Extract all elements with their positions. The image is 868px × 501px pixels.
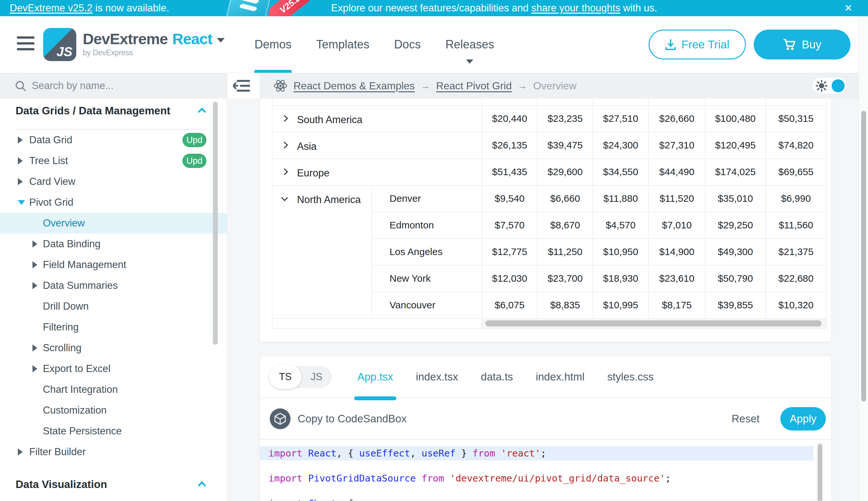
expand-chevron-icon[interactable] [281, 115, 288, 121]
expand-arrow-icon[interactable] [32, 282, 37, 289]
pivot-grid-demo-card: South America$20,440$23,235$27,510$26,66… [260, 98, 832, 342]
sidebar-item-label: Field Management [43, 259, 126, 271]
sidebar-item-label: Tree List [29, 155, 68, 167]
expand-arrow-icon[interactable] [32, 261, 37, 268]
sidebar-item-customization[interactable]: Customization [0, 400, 227, 421]
language-toggle[interactable]: TS JS [270, 366, 331, 387]
pivot-value-cell: $100,480 [705, 105, 766, 132]
app-header: JS DevExtremeReact by DevExpress DemosTe… [0, 16, 868, 73]
free-trial-button[interactable]: Free Trial [649, 30, 746, 60]
sidebar-item-data-grid[interactable]: Data GridUpd [0, 130, 227, 150]
pivot-hscrollbar-thumb[interactable] [485, 320, 822, 327]
copy-to-codesandbox-label[interactable]: Copy to CodeSandBox [298, 413, 407, 425]
sidebar-item-data-binding[interactable]: Data Binding [0, 234, 227, 254]
nav-item-demos[interactable]: Demos [253, 16, 294, 73]
sidebar-scrollbar[interactable] [213, 102, 218, 345]
pivot-value-cell: $49,300 [705, 238, 766, 265]
nav-item-releases[interactable]: Releases [443, 16, 496, 73]
hamburger-menu-icon[interactable] [17, 36, 34, 51]
framework-selector[interactable]: React [172, 30, 212, 47]
section-label: Data Grids / Data Management [15, 105, 171, 117]
banner-logo-art: V25.2 [208, 0, 318, 16]
expand-arrow-icon[interactable] [18, 137, 23, 143]
sidebar-section-data-visualization[interactable]: Data Visualization [0, 472, 227, 497]
breadcrumb-link-pivot-grid[interactable]: React Pivot Grid [436, 80, 512, 92]
sidebar-item-data-summaries[interactable]: Data Summaries [0, 275, 227, 296]
chevron-up-icon[interactable] [198, 108, 206, 116]
sidebar-item-card-view[interactable]: Card View [0, 171, 227, 192]
pivot-value-cell: $7,010 [649, 212, 705, 238]
pivot-value-cell: $11,880 [593, 185, 649, 212]
ts-toggle-option[interactable]: TS [269, 365, 301, 389]
collapse-chevron-icon[interactable] [281, 194, 288, 201]
code-scrollbar[interactable] [816, 443, 824, 501]
nav-item-docs[interactable]: Docs [392, 16, 422, 73]
sidebar-item-label: Filter Builder [29, 446, 86, 458]
sidebar-item-export-to-excel[interactable]: Export to Excel [0, 358, 227, 379]
brand-subtitle: by DevExpress [83, 49, 224, 57]
devextreme-logo[interactable]: JS [43, 28, 76, 61]
sidebar-search [0, 73, 227, 98]
js-toggle-option[interactable]: JS [301, 366, 331, 387]
sidebar-item-label: Data Summaries [43, 280, 118, 291]
expand-arrow-icon[interactable] [32, 344, 37, 352]
theme-toggle-knob[interactable] [832, 79, 845, 92]
page-scrollbar[interactable] [859, 16, 868, 501]
file-tab-app-tsx[interactable]: App.tsx [358, 356, 393, 398]
code-line[interactable]: import React, { useEffect, useRef } from… [260, 446, 813, 460]
share-thoughts-link[interactable]: share your thoughts [531, 2, 620, 14]
sidebar-item-field-management[interactable]: Field Management [0, 254, 227, 275]
chevron-down-icon[interactable] [217, 38, 224, 43]
collapse-sidebar-icon[interactable] [233, 78, 250, 93]
sidebar-item-chart-integration[interactable]: Chart Integration [0, 379, 227, 400]
expand-chevron-icon[interactable] [281, 168, 288, 175]
close-icon[interactable]: ✕ [844, 0, 853, 16]
sidebar-item-filtering[interactable]: Filtering [0, 317, 227, 338]
sidebar-item-pivot-grid[interactable]: Pivot Grid [0, 192, 227, 213]
buy-button[interactable]: Buy [754, 30, 850, 60]
pivot-row-header[interactable]: Europe [272, 159, 482, 185]
theme-toggle[interactable] [813, 78, 846, 94]
pivot-row-header-north-america[interactable]: North America [272, 185, 372, 318]
sidebar-tree: Data Grids / Data ManagementData GridUpd… [0, 98, 227, 501]
sidebar-item-state-persistence[interactable]: State Persistence [0, 421, 227, 441]
expand-arrow-icon[interactable] [18, 448, 23, 456]
pivot-hscrollbar[interactable] [482, 318, 826, 328]
expand-arrow-icon[interactable] [18, 157, 23, 164]
file-tab-index-tsx[interactable]: index.tsx [416, 356, 458, 398]
file-tab-index-html[interactable]: index.html [536, 356, 584, 398]
sidebar-item-drill-down[interactable]: Drill Down [0, 296, 227, 317]
code-editor[interactable]: import React, { useEffect, useRef } from… [260, 440, 831, 501]
expand-arrow-icon[interactable] [32, 365, 37, 372]
search-input[interactable] [32, 73, 213, 98]
sidebar-item-overview[interactable]: Overview [0, 213, 227, 234]
pivot-value-cell: $4,570 [593, 212, 649, 238]
pivot-row-header[interactable]: South America [272, 105, 482, 132]
code-scrollbar-thumb[interactable] [818, 444, 822, 501]
pivot-row-header[interactable]: Asia [272, 132, 482, 159]
file-tab-styles-css[interactable]: styles.css [607, 356, 654, 398]
nav-item-templates[interactable]: Templates [314, 16, 371, 73]
file-tab-data-ts[interactable]: data.ts [481, 356, 513, 398]
sidebar-section-data-grids-data-management[interactable]: Data Grids / Data Management [0, 98, 227, 123]
banner-version-link[interactable]: DevExtreme v25.2 [10, 2, 92, 14]
page-scrollbar-thumb[interactable] [861, 111, 866, 402]
sidebar-item-label: Customization [43, 405, 107, 416]
apply-button[interactable]: Apply [780, 407, 826, 430]
pivot-value-cell: $174,025 [705, 159, 766, 185]
expand-arrow-icon[interactable] [18, 178, 23, 185]
sidebar-item-filter-builder[interactable]: Filter Builder [0, 441, 227, 462]
breadcrumb-link-demos[interactable]: React Demos & Examples [294, 80, 415, 92]
collapse-arrow-icon[interactable] [18, 200, 25, 205]
sidebar-item-label: Card View [29, 176, 75, 188]
chevron-up-icon[interactable] [198, 481, 206, 489]
code-line[interactable]: import Chart, { [260, 496, 831, 501]
sidebar-item-scrolling[interactable]: Scrolling [0, 338, 227, 358]
code-line[interactable]: import PivotGridDataSource from 'devextr… [260, 471, 831, 486]
sidebar-item-tree-list[interactable]: Tree ListUpd [0, 150, 227, 171]
content-area: React Demos & Examples → React Pivot Gri… [227, 73, 868, 501]
expand-chevron-icon[interactable] [281, 141, 288, 148]
pivot-value-cell: $74,820 [766, 132, 826, 159]
reset-button[interactable]: Reset [732, 413, 760, 425]
expand-arrow-icon[interactable] [32, 241, 37, 248]
